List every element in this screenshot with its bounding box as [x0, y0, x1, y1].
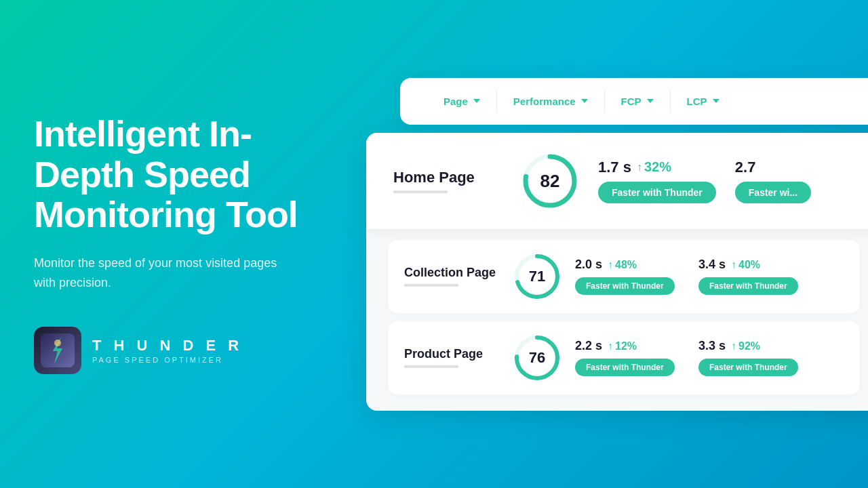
home-page-name-group: Home Page: [393, 169, 502, 193]
home-page-name: Home Page: [393, 169, 502, 186]
arrow-up-icon: ↑: [608, 259, 613, 271]
brand-logo: [34, 327, 81, 374]
collection-score-value: 71: [529, 268, 545, 285]
filter-fcp-label: FCP: [621, 96, 642, 107]
product-page-bar: [404, 365, 458, 368]
home-page-bar: [393, 190, 448, 193]
collection-page-name-group: Collection Page: [404, 266, 499, 287]
home-lcp-badge: Faster wi...: [735, 182, 811, 203]
rows-section: Collection Page 71 2.0 s: [382, 240, 865, 400]
chevron-down-icon: [647, 99, 654, 103]
product-page-name: Product Page: [404, 347, 499, 361]
collection-page-name: Collection Page: [404, 266, 499, 280]
product-score-value: 76: [529, 349, 545, 367]
product-page-name-group: Product Page: [404, 347, 499, 368]
chevron-down-icon: [473, 99, 480, 103]
product-fcp-change: ↑12%: [608, 340, 637, 352]
home-score-circle: 82: [521, 152, 579, 210]
product-lcp-change: ↑92%: [731, 340, 760, 352]
collection-fcp-badge: Faster with Thunder: [575, 277, 675, 295]
home-lcp-block: 2.7 Faster wi...: [735, 159, 860, 203]
collection-page-row: Collection Page 71 2.0 s: [388, 240, 860, 313]
filter-performance[interactable]: Performance: [497, 90, 605, 113]
home-fcp-change: ↑32%: [637, 159, 671, 175]
filter-bar: Page Performance FCP LCP: [400, 78, 868, 125]
collection-lcp-top: 3.4 s ↑40%: [698, 258, 760, 272]
collection-metrics: 2.0 s ↑48% Faster with Thunder 3.4 s ↑40…: [575, 258, 844, 295]
left-panel: Intelligent In-Depth Speed Monitoring To…: [0, 0, 359, 488]
brand-name: T H U N D E R: [92, 337, 243, 354]
collection-lcp-change: ↑40%: [731, 259, 760, 271]
product-page-row: Product Page 76 2.2 s ↑1: [388, 321, 860, 394]
product-fcp-badge: Faster with Thunder: [575, 359, 675, 376]
filter-fcp[interactable]: FCP: [605, 90, 671, 113]
home-fcp-top: 1.7 s ↑32%: [598, 159, 671, 176]
product-fcp-value: 2.2 s: [575, 339, 602, 353]
product-metrics: 2.2 s ↑12% Faster with Thunder 3.3 s ↑92…: [575, 339, 844, 376]
arrow-up-icon: ↑: [731, 340, 736, 352]
filter-page-label: Page: [443, 96, 468, 107]
product-lcp-top: 3.3 s ↑92%: [698, 339, 760, 353]
collection-fcp-change: ↑48%: [608, 259, 637, 271]
product-score-circle: 76: [513, 333, 561, 382]
arrow-up-icon: ↑: [637, 161, 642, 174]
collection-lcp-badge: Faster with Thunder: [698, 277, 798, 295]
home-score-value: 82: [540, 170, 560, 191]
product-fcp-top: 2.2 s ↑12%: [575, 339, 637, 353]
collection-fcp-value: 2.0 s: [575, 258, 602, 272]
brand-text: T H U N D E R PAGE SPEED OPTIMIZER: [92, 337, 243, 364]
collection-score-circle: 71: [513, 252, 561, 301]
filter-page[interactable]: Page: [427, 90, 497, 113]
product-fcp-block: 2.2 s ↑12% Faster with Thunder: [575, 339, 677, 376]
home-lcp-value: 2.7: [735, 159, 756, 176]
home-fcp-badge: Faster with Thunder: [598, 182, 716, 203]
arrow-up-icon: ↑: [731, 259, 736, 271]
chevron-down-icon: [581, 99, 588, 103]
brand-section: T H U N D E R PAGE SPEED OPTIMIZER: [34, 327, 326, 374]
product-lcp-badge: Faster with Thunder: [698, 359, 798, 376]
collection-lcp-block: 3.4 s ↑40% Faster with Thunder: [698, 258, 800, 295]
right-panel: Page Performance FCP LCP Home Page: [339, 0, 868, 488]
home-fcp-block: 1.7 s ↑32% Faster with Thunder: [598, 159, 716, 203]
filter-lcp-label: LCP: [687, 96, 707, 107]
svg-point-1: [54, 340, 61, 346]
home-page-row: Home Page 82 1.7 s ↑32% Faste: [366, 133, 868, 229]
collection-page-bar: [404, 284, 458, 287]
product-lcp-block: 3.3 s ↑92% Faster with Thunder: [698, 339, 800, 376]
product-lcp-value: 3.3 s: [698, 339, 726, 353]
collection-lcp-value: 3.4 s: [698, 258, 726, 272]
arrow-up-icon: ↑: [608, 340, 613, 352]
hero-title: Intelligent In-Depth Speed Monitoring To…: [34, 114, 326, 235]
home-lcp-top: 2.7: [735, 159, 756, 176]
brand-tagline: PAGE SPEED OPTIMIZER: [92, 356, 243, 364]
filter-lcp[interactable]: LCP: [671, 90, 736, 113]
hero-subtitle: Monitor the speed of your most visited p…: [34, 253, 292, 293]
filter-performance-label: Performance: [513, 96, 576, 107]
collection-fcp-top: 2.0 s ↑48%: [575, 258, 637, 272]
thunder-logo-icon: [41, 333, 75, 367]
chevron-down-icon: [713, 99, 719, 103]
dashboard-card: Home Page 82 1.7 s ↑32% Faste: [366, 133, 868, 411]
collection-fcp-block: 2.0 s ↑48% Faster with Thunder: [575, 258, 677, 295]
home-fcp-value: 1.7 s: [598, 159, 631, 176]
